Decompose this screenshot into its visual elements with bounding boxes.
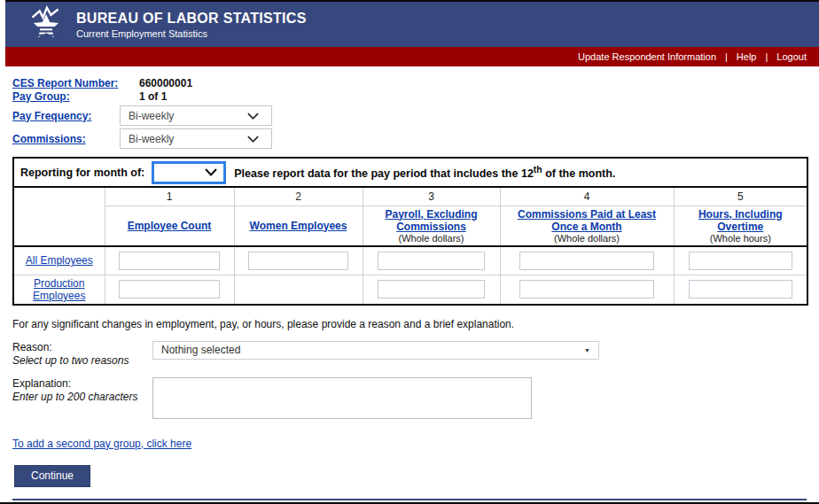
explanation-textarea[interactable]: [152, 377, 532, 419]
column-caption: (Whole dollars): [367, 233, 496, 244]
production-employees-hours-input[interactable]: [689, 280, 792, 299]
cell-prod-hours: [674, 275, 807, 305]
report-number-row: CES Report Number: 660000001: [12, 76, 807, 89]
footer-divider: [12, 499, 807, 500]
reason-label-block: Reason: Select up to two reasons: [12, 341, 152, 367]
cell-all-hours: [674, 246, 807, 275]
commissions-select[interactable]: Bi-weekly: [120, 128, 272, 149]
column-caption: (Whole hours): [678, 233, 804, 244]
column-number-3: 3: [363, 187, 500, 205]
nav-separator: |: [765, 51, 768, 62]
commissions-label-col: Commissions:: [12, 133, 120, 145]
logout-link[interactable]: Logout: [776, 51, 807, 62]
production-employees-commissions-input[interactable]: [519, 280, 654, 299]
page: BUREAU OF LABOR STATISTICS Current Emplo…: [0, 0, 819, 504]
cell-all-commissions: [500, 246, 674, 275]
column-number-2: 2: [234, 187, 363, 205]
employee-count-link[interactable]: Employee Count: [128, 220, 212, 232]
reason-value: Nothing selected: [161, 344, 240, 356]
column-header-row: Employee Count Women Employees Payroll, …: [13, 205, 807, 246]
women-employees-link[interactable]: Women Employees: [250, 220, 347, 232]
reporting-month-cell: Reporting for month of: Please report da…: [13, 158, 807, 187]
explanation-label-block: Explanation: Enter up to 200 characters: [12, 377, 152, 403]
pay-group-row: Pay Group: 1 of 1: [12, 89, 807, 103]
column-header-hours: Hours, Including Overtime (Whole hours): [674, 205, 807, 246]
cell-prod-payroll: [363, 275, 500, 305]
table-row-production-employees: Production Employees: [13, 275, 807, 305]
column-number-row: 1 2 3 4 5: [13, 187, 807, 205]
report-number-label-col: CES Report Number:: [12, 77, 139, 89]
superscript-th: th: [534, 165, 542, 174]
top-nav-bar: Update Respondent Information | Help | L…: [5, 47, 819, 66]
explanation-hint: Enter up to 200 characters: [12, 391, 152, 403]
cell-prod-commissions: [500, 275, 674, 305]
pay-frequency-select[interactable]: Bi-weekly: [120, 105, 272, 126]
reason-row: Reason: Select up to two reasons Nothing…: [12, 341, 807, 367]
chevron-down-icon: [247, 110, 259, 122]
app-title: BUREAU OF LABOR STATISTICS: [76, 11, 307, 27]
reporting-month-row: Reporting for month of: Please report da…: [13, 158, 807, 187]
column-header-employee-count: Employee Count: [105, 205, 234, 246]
nav-separator: |: [725, 51, 728, 62]
payroll-link[interactable]: Payroll, Excluding Commissions: [385, 208, 477, 233]
corner-cell: [13, 187, 105, 246]
commissions-paid-link[interactable]: Commissions Paid at Least Once a Month: [518, 208, 656, 233]
all-employees-link[interactable]: All Employees: [26, 254, 93, 267]
cell-all-payroll: [363, 246, 500, 275]
all-employees-employee-count-input[interactable]: [119, 252, 219, 270]
commissions-link[interactable]: Commissions:: [12, 133, 86, 145]
all-employees-hours-input[interactable]: [689, 252, 792, 270]
reason-select[interactable]: Nothing selected ▼: [152, 341, 599, 360]
hours-overtime-link[interactable]: Hours, Including Overtime: [698, 208, 783, 233]
production-employees-link[interactable]: Production Employees: [33, 277, 85, 302]
report-table: Reporting for month of: Please report da…: [12, 157, 808, 306]
help-link[interactable]: Help: [737, 51, 757, 62]
cell-prod-employee-count: [105, 275, 234, 305]
column-number-4: 4: [500, 187, 674, 205]
pay-group-value: 1 of 1: [139, 90, 167, 103]
changes-note: For any significant changes in employmen…: [12, 318, 807, 330]
explanation-label: Explanation:: [12, 377, 71, 390]
column-header-payroll: Payroll, Excluding Commissions (Whole do…: [363, 205, 500, 246]
ces-report-number-value: 660000001: [139, 77, 192, 89]
commissions-value: Bi-weekly: [129, 133, 174, 145]
masthead-text: BUREAU OF LABOR STATISTICS Current Emplo…: [76, 11, 307, 39]
explanation-row: Explanation: Enter up to 200 characters: [12, 377, 807, 419]
commissions-row: Commissions: Bi-weekly: [12, 128, 807, 149]
all-employees-commissions-input[interactable]: [519, 252, 654, 270]
column-header-commissions-paid: Commissions Paid at Least Once a Month (…: [500, 205, 674, 246]
column-caption: (Whole dollars): [504, 233, 670, 244]
pay-frequency-value: Bi-weekly: [129, 110, 174, 122]
update-respondent-info-link[interactable]: Update Respondent Information: [578, 51, 716, 62]
pay-frequency-label-col: Pay Frequency:: [12, 110, 120, 122]
masthead: BUREAU OF LABOR STATISTICS Current Emplo…: [5, 0, 819, 47]
add-second-pay-group-link[interactable]: To add a second pay group, click here: [12, 438, 191, 450]
pay-group-link[interactable]: Pay Group:: [12, 90, 70, 103]
chevron-down-icon: [247, 133, 259, 145]
continue-button[interactable]: Continue: [14, 465, 90, 487]
reason-label: Reason:: [12, 341, 52, 353]
pay-frequency-link[interactable]: Pay Frequency:: [12, 110, 91, 122]
production-employees-payroll-input[interactable]: [378, 280, 484, 299]
cell-all-women-employees: [234, 246, 363, 275]
reporting-month-label: Reporting for month of:: [20, 167, 144, 179]
reporting-instruction: Please report data for the pay period th…: [234, 165, 615, 180]
column-header-women-employees: Women Employees: [234, 205, 363, 246]
reporting-month-select[interactable]: [152, 161, 226, 184]
pay-group-label-col: Pay Group:: [12, 90, 139, 103]
table-row-all-employees: All Employees: [13, 246, 807, 275]
ces-report-number-link[interactable]: CES Report Number:: [12, 77, 118, 89]
all-employees-payroll-input[interactable]: [378, 252, 484, 270]
caret-down-icon: ▼: [584, 347, 590, 353]
row-label-cell: All Employees: [13, 246, 105, 275]
production-employees-employee-count-input[interactable]: [119, 280, 219, 299]
column-number-5: 5: [674, 187, 807, 205]
all-employees-women-employees-input[interactable]: [248, 252, 347, 270]
bls-star-logo-icon: [28, 4, 64, 45]
chevron-down-icon: [205, 167, 217, 179]
content: CES Report Number: 660000001 Pay Group: …: [12, 76, 807, 504]
cell-prod-women-employees-empty: [234, 275, 363, 305]
column-number-1: 1: [105, 187, 234, 205]
row-label-cell: Production Employees: [13, 275, 105, 305]
pay-frequency-row: Pay Frequency: Bi-weekly: [12, 105, 807, 126]
